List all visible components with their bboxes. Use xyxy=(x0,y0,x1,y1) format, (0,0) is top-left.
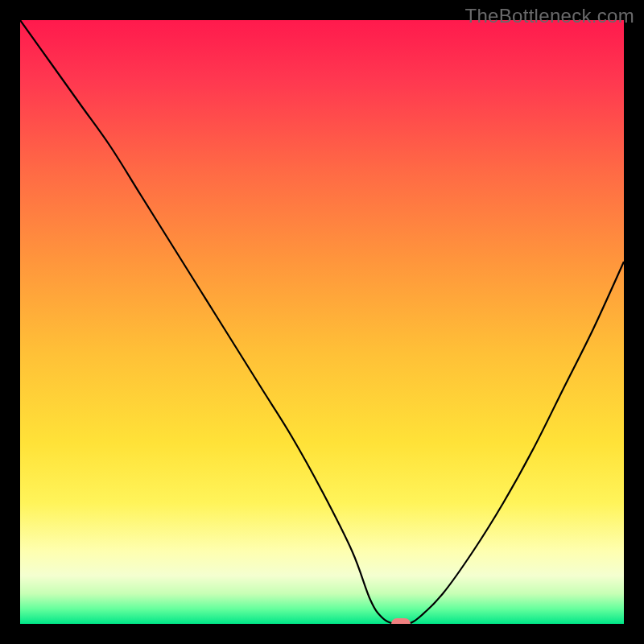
chart-svg xyxy=(20,20,624,624)
chart-frame: TheBottleneck.com xyxy=(0,0,644,644)
chart-plot-area xyxy=(20,20,624,624)
watermark-text: TheBottleneck.com xyxy=(464,5,634,27)
gradient-background xyxy=(20,20,624,624)
optimal-marker-icon xyxy=(391,618,411,624)
